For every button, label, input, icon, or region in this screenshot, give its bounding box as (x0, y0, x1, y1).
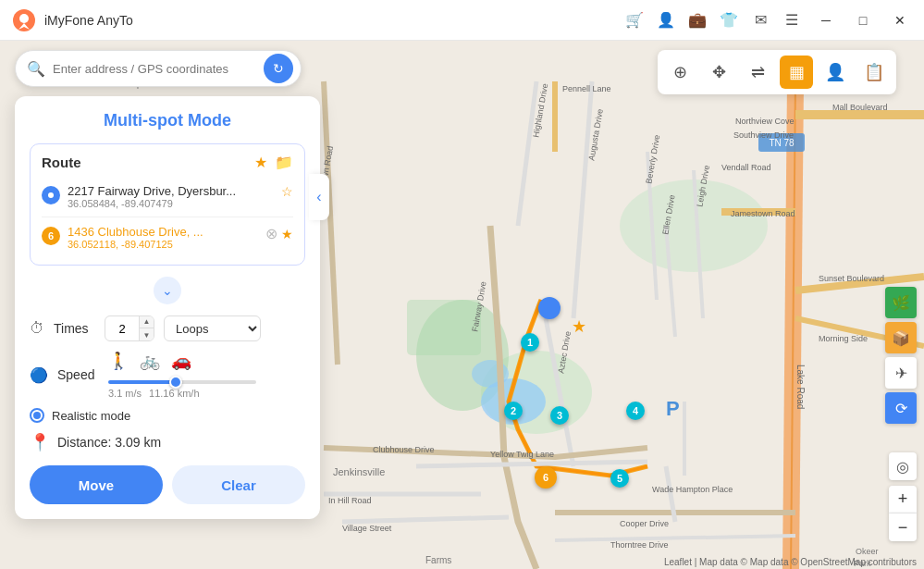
panel-title: Multi-spot Mode (30, 111, 305, 130)
search-bar: 🔍 ↻ (15, 50, 302, 87)
map-toolbar: ⊕ ✥ ⇌ ▦ 👤 📋 (658, 50, 896, 94)
route-tool-btn[interactable]: ⇌ (741, 56, 774, 89)
route-item-star-1[interactable]: ☆ (281, 184, 293, 199)
package-btn[interactable]: 📦 (885, 322, 917, 353)
svg-text:Morning Side: Morning Side (819, 334, 868, 343)
clear-button[interactable]: Clear (172, 465, 305, 504)
svg-text:Lake Road: Lake Road (795, 365, 806, 409)
waypoint-5[interactable]: 5 (610, 469, 629, 488)
route-address-name-1: 2217 Fairway Drive, Dyersbur... (68, 184, 274, 198)
user-icon[interactable]: 👤 (656, 10, 676, 31)
waypoint-2[interactable]: 2 (504, 402, 523, 420)
expand-circle[interactable]: ⌄ (154, 277, 181, 304)
shirt-icon[interactable]: 👕 (719, 10, 739, 31)
maximize-button[interactable]: □ (850, 7, 876, 33)
svg-text:Thorntree Drive: Thorntree Drive (610, 540, 669, 550)
speed-label: Speed (57, 367, 99, 382)
svg-text:Wade Hampton Place: Wade Hampton Place (652, 485, 733, 494)
svg-point-41 (48, 192, 54, 198)
realistic-mode-radio-inner (33, 412, 41, 419)
crosshair-tool-btn[interactable]: ⊕ (663, 56, 696, 89)
cart-icon[interactable]: 🛒 (624, 10, 645, 31)
svg-text:P: P (666, 397, 680, 420)
multispot-tool-btn[interactable]: ▦ (780, 56, 813, 89)
bag-icon[interactable]: 💼 (687, 10, 708, 31)
waypoint-3[interactable]: 3 (550, 406, 569, 425)
realistic-mode-radio[interactable] (30, 408, 44, 423)
speed-values: 3.1 m/s 11.16 km/h (108, 388, 305, 399)
realistic-mode-row: Realistic mode (30, 408, 305, 423)
move-button[interactable]: Move (30, 465, 163, 504)
history-tool-btn[interactable]: 📋 (857, 56, 891, 89)
route-folder-icon[interactable]: 📁 (275, 154, 293, 171)
svg-text:Mall Boulevard: Mall Boulevard (832, 103, 888, 112)
minimize-button[interactable]: ─ (813, 7, 839, 33)
action-buttons: Move Clear (30, 465, 305, 504)
svg-text:Village Street: Village Street (342, 524, 392, 533)
route-item-delete-2[interactable]: ⊗ (265, 225, 277, 242)
svg-text:Jenkinsville: Jenkinsville (333, 466, 385, 477)
waypoint-6[interactable]: 6 (535, 466, 557, 489)
move-tool-btn[interactable]: ✥ (702, 56, 735, 89)
route-box: Route ★ 📁 2217 Fairway Drive, Dyersbur..… (30, 143, 305, 266)
times-spin-up[interactable]: ▲ (139, 315, 154, 328)
svg-text:Pennell Lane: Pennell Lane (562, 84, 611, 93)
route-header-icons: ★ 📁 (254, 154, 293, 171)
car-icon[interactable]: 🚗 (171, 351, 191, 371)
svg-text:Southview Drive: Southview Drive (733, 130, 794, 140)
svg-text:Yellow Twig Lane: Yellow Twig Lane (490, 450, 554, 459)
route-address-2: 1436 Clubhouse Drive, ... 36.052118, -89… (68, 225, 258, 250)
bike-icon[interactable]: 🚲 (140, 351, 160, 371)
distance-row: 📍 Distance: 3.09 km (30, 432, 305, 452)
speed-mode-icons: 🚶 🚲 🚗 (108, 351, 305, 371)
map-right-controls: 🌿 📦 ✈ ⟳ (885, 287, 917, 424)
app-logo (11, 7, 37, 33)
route-item-1: 2217 Fairway Drive, Dyersbur... 36.05848… (42, 179, 293, 215)
titlebar: iMyFone AnyTo 🛒 👤 💼 👕 ✉ ☰ ─ □ ✕ (0, 0, 924, 41)
times-row: ⏱ Times ▲ ▼ Loops Round trips (30, 315, 305, 341)
map-star: ★ (572, 316, 586, 337)
location-btn[interactable]: ◎ (889, 452, 917, 480)
times-spin-down[interactable]: ▼ (139, 328, 154, 341)
route-address-coords-2: 36.052118, -89.407125 (68, 239, 258, 250)
waypoint-1[interactable]: 1 (521, 333, 539, 352)
chevron-down-icon: ⌄ (162, 283, 173, 298)
mail-icon[interactable]: ✉ (750, 10, 770, 31)
svg-text:Clubhouse Drive: Clubhouse Drive (373, 445, 435, 454)
loops-select[interactable]: Loops Round trips (164, 315, 261, 341)
route-item-star-2[interactable]: ★ (281, 227, 293, 241)
distance-value: 3.09 km (115, 435, 161, 450)
app-title: iMyFone AnyTo (44, 13, 624, 28)
distance-pin-icon: 📍 (30, 432, 50, 452)
search-submit-btn[interactable]: ↻ (264, 54, 293, 83)
expand-route-btn[interactable]: ⌄ (30, 277, 305, 304)
person-tool-btn[interactable]: 👤 (819, 56, 852, 89)
route-address-1: 2217 Fairway Drive, Dyersbur... 36.05848… (68, 184, 274, 209)
svg-text:Cooper Drive: Cooper Drive (620, 519, 669, 528)
start-marker[interactable] (538, 297, 561, 319)
menu-icon[interactable]: ☰ (782, 10, 802, 31)
speed-slider[interactable] (108, 380, 256, 384)
svg-text:In Hill Road: In Hill Road (328, 496, 372, 505)
route-star-icon[interactable]: ★ (254, 154, 267, 171)
speed-kmh-value: 11.16 km/h (149, 388, 199, 399)
waypoint-4[interactable]: 4 (626, 402, 645, 420)
search-input[interactable] (53, 62, 264, 76)
zoom-out-btn[interactable]: − (889, 513, 917, 541)
zoom-in-btn[interactable]: + (889, 486, 917, 513)
svg-text:Okeer: Okeer (856, 547, 879, 556)
times-input[interactable] (105, 322, 139, 336)
speed-icon: 🔵 (30, 366, 48, 384)
plane-btn[interactable]: ✈ (885, 357, 917, 389)
close-button[interactable]: ✕ (887, 7, 913, 33)
zoom-controls: + − (889, 486, 917, 541)
route-dot-1 (42, 186, 60, 204)
walk-icon[interactable]: 🚶 (108, 351, 129, 371)
realistic-mode-label: Realistic mode (52, 409, 130, 423)
nature-btn[interactable]: 🌿 (885, 287, 917, 318)
speed-row: 🔵 Speed 🚶 🚲 🚗 3.1 m/s 11.16 km/h (30, 351, 305, 399)
times-spinners: ▲ ▼ (139, 315, 154, 341)
sync-btn[interactable]: ⟳ (885, 392, 917, 424)
route-item-2: 6 1436 Clubhouse Drive, ... 36.052118, -… (42, 219, 293, 255)
collapse-panel-btn[interactable]: ‹ (309, 174, 329, 220)
